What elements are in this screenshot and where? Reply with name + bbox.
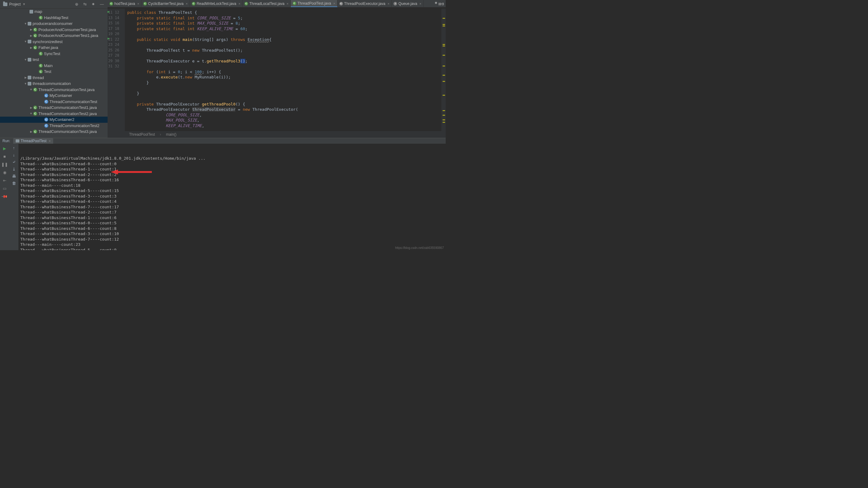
class-icon: C: [292, 2, 296, 5]
clear-button[interactable]: 🗑: [12, 181, 16, 185]
gear-icon[interactable]: ✷: [434, 1, 438, 5]
tree-arrow-icon[interactable]: ▼: [23, 58, 28, 61]
down-button[interactable]: ↓: [13, 153, 15, 157]
tree-arrow-icon[interactable]: ▼: [23, 82, 28, 85]
tree-arrow-icon[interactable]: ▶: [29, 46, 33, 49]
tree-item[interactable]: ▼threadcommunication: [0, 81, 107, 87]
tab-label: ThreadLocalTest.java: [249, 2, 284, 6]
locate-icon[interactable]: ⊕: [74, 1, 80, 7]
pause-button[interactable]: ❚❚: [2, 162, 7, 167]
rerun-button[interactable]: ▶: [2, 146, 7, 151]
tree-item-label: ThreadCommunicationTest: [50, 99, 97, 104]
class-icon: C: [39, 52, 43, 56]
tree-item-label: thread: [33, 76, 44, 80]
hide-icon[interactable]: —: [99, 1, 105, 7]
pin-button[interactable]: 📌: [2, 194, 7, 199]
project-dropdown[interactable]: Project ▼: [0, 2, 31, 6]
console-text: /Library/Java/JavaVirtualMachines/jdk1.8…: [20, 156, 444, 250]
tree-item[interactable]: CMyContainer2: [0, 117, 107, 123]
tree-item[interactable]: CThreadCommunicationTest2: [0, 123, 107, 129]
gear-icon[interactable]: ✷: [90, 1, 96, 7]
collapse-icon[interactable]: ⇆: [82, 1, 88, 7]
line-gutter: 11 12 13 14 15 16 17 18 19 20 21 22 23 2…: [107, 9, 125, 138]
tree-arrow-icon[interactable]: ▶: [29, 130, 33, 133]
close-icon[interactable]: ×: [48, 139, 51, 143]
soft-wrap-button[interactable]: ⤶: [12, 160, 16, 164]
editor-tab[interactable]: CThreadPoolTest.java×: [291, 0, 338, 7]
folder-icon: [3, 2, 7, 6]
class-icon: C: [192, 2, 195, 5]
tree-item[interactable]: ▶thread: [0, 75, 107, 81]
tree-item[interactable]: ▼CThreadCommunicationTest.java: [0, 87, 107, 93]
close-icon[interactable]: ×: [185, 2, 187, 5]
run-toolbar-left: ▶ ■ ❚❚ ◉ ⇤ ▭ 📌: [0, 144, 9, 250]
stop-button[interactable]: ■: [2, 153, 7, 159]
class-icon: C: [339, 2, 343, 5]
breadcrumb-method[interactable]: main(): [166, 132, 177, 137]
tree-arrow-icon[interactable]: ▼: [29, 112, 33, 115]
tree-item[interactable]: ▼producerandconsumer: [0, 21, 107, 27]
tree-item[interactable]: ▶CThreadCommunicationTest1.java: [0, 105, 107, 111]
tree-item[interactable]: CThreadCommunicationTest: [0, 99, 107, 105]
class-icon: C: [33, 112, 37, 116]
close-icon[interactable]: ×: [387, 2, 390, 5]
tab-label: ThreadPoolExecutor.java: [344, 2, 385, 6]
project-tree[interactable]: mapCHashMapTest▼producerandconsumer▶CPro…: [0, 9, 107, 138]
editor-tab[interactable]: CThreadPoolExecutor.java×: [338, 0, 392, 7]
run-label: Run:: [2, 139, 10, 143]
close-icon[interactable]: ×: [285, 2, 288, 5]
editor-markers[interactable]: [441, 9, 446, 138]
tab-label: hodTest.java: [114, 2, 135, 6]
print-button[interactable]: 🖶: [12, 174, 16, 178]
tree-arrow-icon[interactable]: ▶: [29, 28, 33, 31]
tree-arrow-icon[interactable]: ▼: [23, 22, 28, 25]
breadcrumb[interactable]: ThreadPoolTest › main(): [107, 131, 446, 138]
editor-tab[interactable]: IQueue.java×: [392, 0, 424, 7]
close-icon[interactable]: ×: [418, 2, 422, 5]
tree-arrow-icon[interactable]: ▼: [29, 88, 33, 91]
tree-arrow-icon[interactable]: ▶: [23, 76, 28, 79]
tree-item[interactable]: ▼synchronizedtest: [0, 39, 107, 45]
tree-item[interactable]: ▼CThreadCommunicationTest2.java: [0, 111, 107, 117]
tree-item[interactable]: ▶CFather.java: [0, 45, 107, 51]
code-content[interactable]: public class ThreadPoolTest { private st…: [125, 9, 441, 138]
close-icon[interactable]: ×: [332, 2, 335, 5]
tree-item[interactable]: ▼test: [0, 57, 107, 63]
run-method-gutter-icon[interactable]: ▶: [107, 37, 110, 40]
tree-item[interactable]: CMain: [0, 63, 107, 69]
tree-item-label: Father.java: [38, 45, 58, 50]
tree-arrow-icon[interactable]: ▼: [23, 40, 28, 43]
tree-item[interactable]: CSyncTest: [0, 51, 107, 57]
run-class-gutter-icon[interactable]: ▶: [107, 10, 110, 13]
layout-button[interactable]: ▭: [2, 185, 7, 191]
tree-item[interactable]: ▶CProducerAndConsumerTest1.java: [0, 33, 107, 39]
dump-button[interactable]: ◉: [2, 170, 7, 175]
code-editor[interactable]: 11 12 13 14 15 16 17 18 19 20 21 22 23 2…: [107, 9, 446, 138]
tree-item-label: threadcommunication: [33, 81, 71, 86]
editor-tab[interactable]: ChodTest.java×: [107, 0, 142, 7]
tree-arrow-icon[interactable]: ▶: [29, 34, 33, 37]
exit-button[interactable]: ⇤: [2, 177, 7, 183]
editor-tab[interactable]: CReadWriteLockTest.java×: [190, 0, 243, 7]
scroll-end-button[interactable]: ⤓: [12, 167, 16, 171]
editor-tab[interactable]: CThreadLocalTest.java×: [243, 0, 291, 7]
close-icon[interactable]: ×: [136, 2, 139, 5]
tree-item[interactable]: ▶CThreadCommunicationTest3.java: [0, 128, 107, 135]
notification-indicator[interactable]: ▤ 3: [438, 2, 444, 6]
editor-tab[interactable]: CCyclicBarrierTest.java×: [142, 0, 190, 7]
breadcrumb-class[interactable]: ThreadPoolTest: [129, 132, 155, 137]
tree-arrow-icon[interactable]: ▶: [29, 106, 33, 109]
run-tab-icon: [16, 139, 19, 142]
notification-count: 3: [442, 2, 444, 6]
up-button[interactable]: ↑: [13, 146, 15, 150]
tree-item[interactable]: ▶CProducerAndConsumerTest.java: [0, 27, 107, 33]
tree-item[interactable]: CTest: [0, 68, 107, 75]
console-output[interactable]: /Library/Java/JavaVirtualMachines/jdk1.8…: [19, 144, 446, 250]
tree-item[interactable]: CMyContainer: [0, 93, 107, 99]
tree-item-label: map: [34, 9, 42, 14]
annotation-arrow-line: [118, 171, 152, 173]
tree-item[interactable]: map: [0, 9, 107, 15]
run-tab[interactable]: ThreadPoolTest ×: [13, 138, 53, 144]
close-icon[interactable]: ×: [238, 2, 240, 5]
tree-item[interactable]: CHashMapTest: [0, 15, 107, 21]
